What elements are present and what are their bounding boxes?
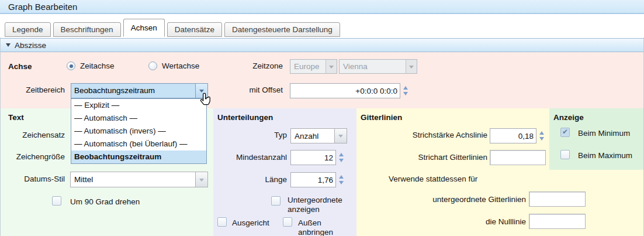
gitterlinien-title: Gitterlinien bbox=[361, 113, 402, 122]
nulllinie-input[interactable] bbox=[529, 214, 586, 229]
chevron-down-icon[interactable] bbox=[334, 129, 347, 143]
strichart-input[interactable] bbox=[490, 150, 546, 165]
beim-minimum-checkbox[interactable] bbox=[560, 128, 570, 137]
datums-stil-select[interactable]: Mittel bbox=[70, 172, 208, 187]
spinner-up-icon[interactable] bbox=[339, 175, 344, 179]
laenge-spinner[interactable] bbox=[337, 172, 345, 187]
strichstaerke-label: Strichstärke Achslinie bbox=[356, 131, 487, 139]
unterteilungen-panel: Unterteilungen Typ Anzahl Mindestanzahl … bbox=[213, 108, 356, 236]
aussen-anbringen-label[interactable]: Außen anbringen bbox=[298, 218, 348, 236]
wertachse-radio-label[interactable]: Wertachse bbox=[162, 61, 199, 70]
untergeordnete-anzeigen-checkbox[interactable] bbox=[271, 196, 281, 206]
tab-strip: Legende Beschriftungen Achsen Datensätze… bbox=[5, 19, 340, 37]
chevron-down-icon[interactable] bbox=[195, 172, 207, 187]
zeitzone-city-value: Vienna bbox=[340, 60, 406, 73]
tab-datensaetze[interactable]: Datensätze bbox=[167, 22, 222, 37]
hand-cursor-icon bbox=[199, 92, 213, 108]
laenge-label: Länge bbox=[213, 175, 287, 184]
datums-stil-label: Datums-Stil bbox=[1, 175, 65, 183]
dropdown-option-automatisch[interactable]: — Automatisch — bbox=[71, 112, 206, 125]
untergeordnete-anzeigen-label[interactable]: Untergeordnete anzeigen bbox=[288, 196, 351, 214]
untergeordnete-gitterlinien-input[interactable] bbox=[529, 191, 586, 207]
zeitbereich-combobox-value: Beobachtungszeitraum bbox=[71, 84, 195, 98]
achse-label: Achse bbox=[8, 62, 32, 71]
untergeordnete-gitterlinien-label: untergeordnete Gitterlinien bbox=[356, 195, 526, 204]
strichstaerke-spinner[interactable] bbox=[537, 128, 546, 143]
collapse-triangle-icon bbox=[6, 43, 11, 47]
laenge-input[interactable] bbox=[290, 172, 336, 187]
spinner-down-icon[interactable] bbox=[539, 137, 544, 141]
mindestanzahl-spinner[interactable] bbox=[337, 150, 345, 165]
abszisse-section-label: Abszisse bbox=[15, 41, 46, 50]
tab-legende[interactable]: Legende bbox=[5, 22, 51, 37]
wertachse-radio[interactable] bbox=[148, 61, 157, 70]
anzeige-title: Anzeige bbox=[553, 113, 584, 122]
verwende-stattdessen-label: Verwende stattdessen für bbox=[389, 175, 477, 183]
zeitachse-radio[interactable] bbox=[67, 61, 75, 70]
tab-beschriftungen[interactable]: Beschriftungen bbox=[53, 22, 121, 37]
zeitzone-city-select: Vienna bbox=[339, 59, 417, 74]
spinner-up-icon[interactable] bbox=[339, 153, 344, 156]
zeitzone-label: Zeitzone bbox=[217, 61, 283, 70]
dropdown-option-explizit[interactable]: — Explizit — bbox=[71, 99, 206, 112]
zeichensatz-label: Zeichensatz bbox=[1, 131, 65, 139]
datums-stil-value: Mittel bbox=[71, 172, 195, 187]
rotate-90-checkbox[interactable] bbox=[52, 196, 61, 206]
dropdown-option-automatisch-ueberlauf[interactable]: — Automatisch (bei Überlauf) — bbox=[71, 138, 206, 151]
zeitbereich-label: Zeitbereich bbox=[5, 85, 65, 94]
dropdown-option-beobachtungszeitraum[interactable]: Beobachtungszeitraum bbox=[71, 151, 206, 163]
chevron-down-icon bbox=[326, 60, 337, 73]
beim-maximum-label[interactable]: Beim Maximum bbox=[578, 151, 632, 160]
offset-input[interactable] bbox=[290, 83, 400, 98]
aussen-anbringen-checkbox[interactable] bbox=[283, 217, 292, 227]
dialog-title-bar: Graph Bearbeiten bbox=[0, 0, 644, 14]
typ-label: Typ bbox=[213, 131, 287, 139]
typ-value: Anzahl bbox=[291, 129, 334, 143]
dropdown-option-automatisch-invers[interactable]: — Automatisch (invers) — bbox=[71, 125, 206, 138]
zeichengroesse-label: Zeichengröße bbox=[1, 152, 65, 161]
tab-datengesteuerte-darstellung[interactable]: Datengesteuerte Darstellung bbox=[224, 22, 340, 37]
spinner-up-icon[interactable] bbox=[403, 86, 408, 90]
zeitzone-region-select: Europe bbox=[290, 59, 337, 74]
beim-maximum-checkbox[interactable] bbox=[560, 150, 570, 159]
abszisse-section-header[interactable]: Abszisse bbox=[0, 38, 644, 52]
spinner-up-icon[interactable] bbox=[539, 131, 544, 135]
unterteilungen-title: Unterteilungen bbox=[217, 113, 273, 122]
spinner-down-icon[interactable] bbox=[339, 181, 344, 184]
offset-label: mit Offset bbox=[217, 85, 283, 94]
spinner-down-icon[interactable] bbox=[339, 159, 344, 162]
zeitachse-radio-label[interactable]: Zeitachse bbox=[80, 61, 115, 70]
chevron-down-icon bbox=[406, 60, 417, 73]
strichstaerke-input[interactable] bbox=[490, 128, 536, 143]
tab-achsen[interactable]: Achsen bbox=[123, 19, 165, 37]
text-section-title: Text bbox=[8, 113, 24, 122]
zeitbereich-dropdown-list: — Explizit — — Automatisch — — Automatis… bbox=[71, 98, 207, 164]
zeitbereich-combobox[interactable]: Beobachtungszeitraum bbox=[71, 83, 208, 98]
graph-edit-dialog: Graph Bearbeiten Legende Beschriftungen … bbox=[0, 0, 644, 236]
beim-minimum-label[interactable]: Beim Minimum bbox=[578, 129, 630, 138]
spinner-down-icon[interactable] bbox=[403, 92, 408, 95]
mindestanzahl-input[interactable] bbox=[290, 150, 336, 165]
mindestanzahl-label: Mindestanzahl bbox=[213, 153, 287, 162]
anzeige-panel: Anzeige Beim Minimum Beim Maximum bbox=[549, 108, 643, 170]
nulllinie-label: die Nulllinie bbox=[356, 217, 526, 226]
dialog-title: Graph Bearbeiten bbox=[8, 2, 77, 12]
ausgerichtet-checkbox[interactable] bbox=[217, 217, 227, 227]
strichart-label: Strichart Gitterlinien bbox=[356, 153, 487, 162]
typ-select[interactable]: Anzahl bbox=[290, 128, 347, 143]
offset-spinner[interactable] bbox=[401, 83, 410, 98]
ausgerichtet-label[interactable]: Ausgericht bbox=[232, 218, 283, 227]
zeitzone-region-value: Europe bbox=[290, 60, 326, 73]
rotate-90-label[interactable]: Um 90 Grad drehen bbox=[70, 197, 140, 206]
